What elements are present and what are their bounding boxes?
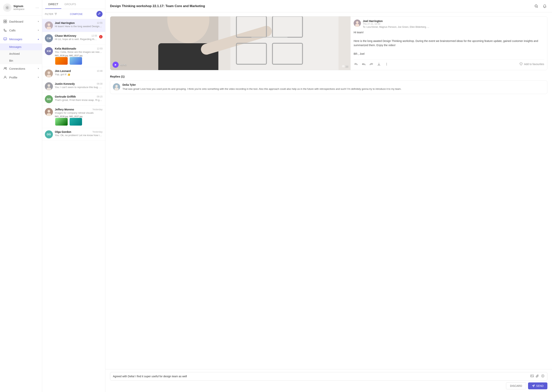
send-button[interactable]: SEND	[528, 382, 547, 389]
reply-input-field[interactable]	[113, 375, 528, 378]
messages-panel: DIRECT GROUPS FILTER COMPOSE Joel Harrin…	[42, 0, 105, 392]
reply-all-button[interactable]	[361, 62, 366, 66]
messages-submenu: Messages Archived Bin	[0, 43, 42, 64]
search-button[interactable]	[534, 3, 539, 9]
image-insert-button[interactable]	[530, 374, 534, 378]
submenu-bin[interactable]: Bin	[0, 57, 42, 64]
profile-label: Profile	[9, 76, 36, 79]
svg-point-11	[6, 68, 7, 69]
sidebar-item-calls[interactable]: Calls ▾	[0, 26, 42, 35]
jeffery-attach-1-thumb	[55, 118, 68, 126]
meta-info: Joel Harrington Thu 27.11, 12:53 To: Liz…	[363, 20, 544, 28]
sidebar-item-dashboard[interactable]: Dashboard ▾	[0, 17, 42, 26]
meta-header: Joel Harrington Thu 27.11, 12:53 To: Liz…	[354, 20, 544, 28]
app-logo: G	[3, 3, 12, 12]
conversation-item-jim[interactable]: Jim Leonard 10:48 Yup, got it! 👍	[42, 67, 105, 80]
avatar-jeffery	[45, 108, 53, 116]
filter-button[interactable]: FILTER	[45, 13, 57, 15]
conversation-item-kelia[interactable]: KM Kelia Maldonado 12:03 You: Celia, the…	[42, 45, 105, 67]
svg-point-8	[5, 39, 5, 39]
more-actions-button[interactable]	[384, 62, 389, 66]
video-controls: ▶ 48:40	[113, 62, 126, 68]
attachment-button[interactable]	[536, 374, 539, 378]
conversation-item-jeffery[interactable]: Jeffery Moreno Yesterday Images for comp…	[42, 106, 105, 128]
jeffery-attachments: IMG_6536.jpg IMG_6537.jpg	[55, 115, 102, 126]
forward-button[interactable]	[369, 62, 374, 66]
avatar-joel	[45, 21, 53, 29]
kelia-attachments: IMG_6536.jpg IMG_6537.jpg	[55, 54, 102, 65]
svg-point-20	[48, 71, 50, 74]
tabs-bar: DIRECT GROUPS	[42, 0, 105, 9]
svg-text:G: G	[6, 6, 8, 9]
app-subtitle: workspace	[14, 8, 24, 11]
chat-title: Design Thinking workshop 22.1.17: Team C…	[110, 4, 524, 8]
tab-groups[interactable]: GROUPS	[61, 0, 79, 9]
dashboard-label: Dashboard	[9, 20, 36, 23]
sidebar-item-messages[interactable]: Messages ▴	[0, 35, 42, 43]
app-more-icon[interactable]: ⋯	[36, 6, 39, 10]
msg-name-justin: Justin Kennedy	[55, 82, 75, 85]
msg-preview-chase: Hi Liz, hope all is well. Regarding the …	[55, 38, 97, 41]
tab-direct[interactable]: DIRECT	[45, 0, 61, 9]
kelia-attach-2-thumb	[70, 57, 82, 65]
add-to-favourites-button[interactable]: Add to favourites	[519, 63, 544, 66]
svg-point-48	[356, 21, 359, 24]
svg-point-52	[386, 65, 387, 65]
reply-card-delia: Delia Tyler That was great! Love how you…	[110, 80, 547, 94]
reply-button[interactable]	[354, 62, 358, 66]
message-card: ▶ 48:40 26 Joel Harring	[110, 16, 547, 70]
connections-label: Connections	[9, 67, 36, 70]
avatar-kelia: KM	[45, 47, 53, 55]
svg-rect-5	[5, 22, 7, 23]
play-button[interactable]: ▶	[113, 62, 119, 68]
submenu-archived[interactable]: Archived	[0, 50, 42, 57]
conversation-item-chase[interactable]: CM Chase McKinney 12:55 Hi Liz, hope all…	[42, 32, 105, 45]
svg-point-26	[48, 110, 50, 112]
notification-button[interactable]	[542, 3, 547, 9]
reply-input-icons	[530, 374, 545, 378]
grid-icon	[3, 19, 7, 24]
msg-content-kelia: Kelia Maldonado 12:03 You: Celia, these …	[55, 47, 102, 65]
submenu-messages[interactable]: Messages	[0, 43, 42, 50]
svg-point-7	[4, 39, 5, 39]
dashboard-arrow: ▾	[38, 20, 39, 23]
msg-content-jim: Jim Leonard 10:48 Yup, got it! 👍	[55, 70, 102, 76]
app-name: Signum	[14, 4, 24, 8]
msg-preview-jeffery: Images for company retreat visuals	[55, 112, 102, 114]
conversation-item-joel[interactable]: Joel Harrington 12:55 Hi team! Here is t…	[42, 19, 105, 32]
conversation-item-justin[interactable]: Justin Kennedy 09:30 You: I can't seem t…	[42, 80, 105, 93]
conversation-item-gertrude[interactable]: GG Gertrude Griffith 09:15 That's great,…	[42, 93, 105, 106]
sidebar-item-profile[interactable]: Profile ▾	[0, 73, 42, 82]
avatar-justin	[45, 82, 53, 90]
svg-point-46	[343, 66, 344, 67]
sidebar-item-connections[interactable]: Connections ▾	[0, 64, 42, 73]
eye-icon	[342, 65, 345, 68]
chat-header: Design Thinking workshop 22.1.17: Team C…	[105, 1, 529, 12]
msg-time-kelia: 12:03	[97, 47, 102, 50]
conversation-item-olga[interactable]: OG Olga Gordon Yesterday You: Ok, no pro…	[42, 128, 105, 141]
download-button[interactable]	[377, 62, 381, 66]
msg-content-chase: Chase McKinney 12:55 Hi Liz, hope all is…	[55, 34, 97, 41]
reply-input-box	[110, 372, 547, 380]
send-label: SEND	[536, 384, 544, 387]
reply-name-delia: Delia Tyler	[123, 83, 545, 86]
messages-label: Messages	[9, 37, 36, 41]
msg-time-olga: Yesterday	[92, 131, 102, 133]
message-meta: Joel Harrington Thu 27.11, 12:53 To: Liz…	[350, 16, 547, 70]
discard-button[interactable]: DISCARD	[506, 382, 526, 389]
svg-point-9	[6, 39, 6, 39]
avatar-chase: CM	[45, 34, 53, 42]
msg-name-jim: Jim Leonard	[55, 70, 71, 73]
add-more-button[interactable]	[541, 374, 545, 378]
msg-name-joel: Joel Harrington	[55, 21, 74, 25]
conversation-list: Joel Harrington 12:55 Hi team! Here is t…	[42, 19, 105, 392]
compose-button[interactable]	[96, 11, 102, 17]
kelia-attach-2: IMG_6537.jpg	[69, 54, 82, 65]
replies-section: Replies (1) Delia Tyler That was great! …	[110, 75, 547, 94]
filter-label: FILTER	[45, 13, 53, 15]
video-thumbnail	[110, 16, 350, 70]
calls-arrow: ▾	[38, 29, 39, 32]
svg-point-49	[355, 24, 359, 27]
msg-content-joel: Joel Harrington 12:55 Hi team! Here is t…	[55, 21, 102, 28]
msg-name-chase: Chase McKinney	[55, 34, 76, 37]
